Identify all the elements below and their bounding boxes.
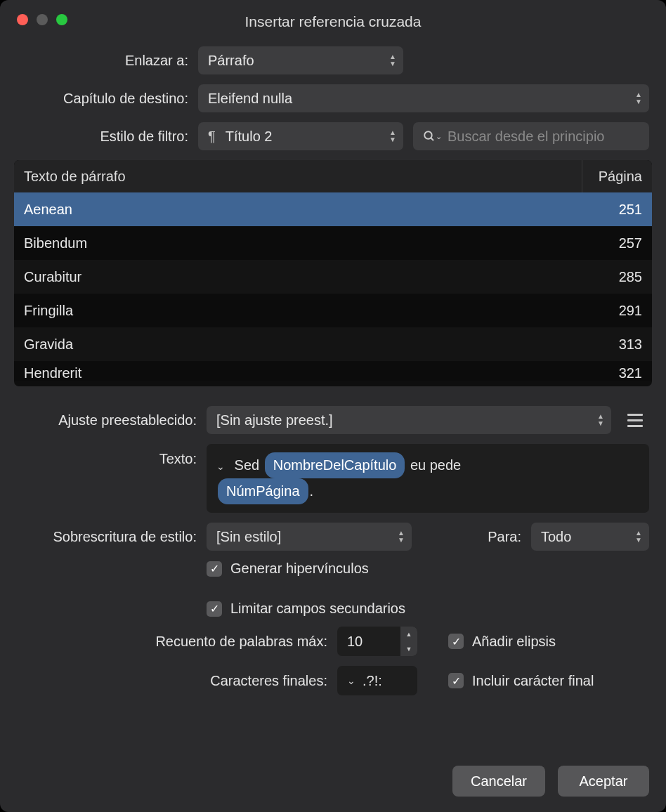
chevron-down-icon[interactable]: ⌄	[216, 459, 225, 476]
chevron-updown-icon: ▲▼	[389, 54, 396, 67]
filter-style-label: Estilo de filtro:	[17, 129, 188, 145]
row-text: Fringilla	[14, 303, 582, 319]
limit-secondary-checkbox[interactable]: ✓ Limitar campos secundarios	[207, 601, 405, 617]
row-page: 251	[582, 202, 652, 218]
chevron-updown-icon: ▲▼	[597, 414, 604, 426]
text-mid: eu pede	[406, 457, 461, 473]
search-placeholder: Buscar desde el principio	[448, 129, 604, 145]
style-override-select[interactable]: [Sin estilo] ▲▼	[207, 523, 412, 551]
include-final-char-label: Incluir carácter final	[472, 673, 594, 689]
checkmark-icon: ✓	[207, 601, 222, 617]
link-to-select[interactable]: Párrafo ▲▼	[198, 46, 403, 74]
filter-style-select[interactable]: ¶ Título 2 ▲▼	[198, 122, 403, 150]
zoom-icon[interactable]	[56, 14, 67, 25]
chevron-updown-icon: ▲▼	[635, 530, 642, 543]
dest-chapter-label: Capítulo de destino:	[17, 91, 188, 107]
cancel-button[interactable]: Cancelar	[452, 766, 545, 797]
close-icon[interactable]	[17, 14, 28, 25]
hamburger-icon	[627, 414, 643, 416]
preset-menu-button[interactable]	[621, 406, 649, 434]
final-chars-label: Caracteres finales:	[17, 673, 327, 689]
col-text-header: Texto de párrafo	[14, 169, 582, 185]
generate-hyperlinks-checkbox[interactable]: ✓ Generar hipervínculos	[207, 561, 369, 577]
row-page: 257	[582, 235, 652, 251]
checkmark-icon: ✓	[207, 561, 222, 577]
cancel-button-label: Cancelar	[471, 773, 527, 790]
table-row[interactable]: Aenean251	[14, 192, 652, 226]
minimize-icon[interactable]	[37, 14, 48, 25]
for-value: Todo	[541, 529, 571, 545]
text-prefix: Sed	[235, 457, 263, 473]
table-header: Texto de párrafo Página	[14, 160, 652, 192]
checkmark-icon: ✓	[448, 673, 464, 688]
final-chars-input[interactable]: ⌄ .?!:	[337, 666, 417, 695]
stepper-buttons[interactable]: ▲▼	[400, 627, 417, 656]
chevron-updown-icon: ▲▼	[389, 130, 396, 143]
checkmark-icon: ✓	[448, 634, 464, 649]
titlebar: Insertar referencia cruzada	[0, 0, 666, 38]
row-text: Aenean	[14, 202, 582, 218]
cross-reference-dialog: Insertar referencia cruzada Enlazar a: P…	[0, 0, 666, 812]
max-words-stepper[interactable]: 10 ▲▼	[337, 627, 417, 656]
page-number-token[interactable]: NúmPágina	[218, 478, 308, 504]
row-text: Curabitur	[14, 269, 582, 285]
text-suffix: .	[310, 483, 314, 499]
row-page: 285	[582, 269, 652, 285]
table-row[interactable]: Gravida313	[14, 327, 652, 361]
row-page: 291	[582, 303, 652, 319]
row-page: 321	[582, 365, 652, 381]
search-icon: ⌄	[423, 130, 442, 143]
svg-line-1	[431, 138, 433, 140]
table-row[interactable]: Fringilla291	[14, 294, 652, 327]
svg-point-0	[424, 131, 432, 139]
table-row[interactable]: Hendrerit321	[14, 361, 652, 381]
link-to-label: Enlazar a:	[17, 53, 188, 69]
limit-secondary-label: Limitar campos secundarios	[230, 601, 405, 617]
search-input[interactable]: ⌄ Buscar desde el principio	[413, 122, 649, 150]
preset-value: [Sin ajuste preest.]	[216, 412, 333, 428]
accept-button-label: Aceptar	[580, 773, 628, 790]
row-page: 313	[582, 336, 652, 353]
text-template-field[interactable]: ⌄ Sed NombreDelCapítulo eu pede NúmPágin…	[207, 444, 649, 513]
text-label: Texto:	[17, 444, 197, 467]
table-row[interactable]: Curabitur285	[14, 260, 652, 294]
style-override-value: [Sin estilo]	[216, 529, 281, 545]
chevron-updown-icon: ▲▼	[635, 92, 642, 105]
max-words-value: 10	[347, 634, 363, 650]
preset-label: Ajuste preestablecido:	[17, 412, 197, 428]
final-chars-value: .?!:	[363, 673, 382, 689]
table-row[interactable]: Bibendum257	[14, 226, 652, 260]
chevron-updown-icon: ▲▼	[398, 530, 405, 543]
accept-button[interactable]: Aceptar	[558, 766, 649, 797]
for-select[interactable]: Todo ▲▼	[531, 523, 649, 551]
include-final-char-checkbox[interactable]: ✓ Incluir carácter final	[448, 673, 594, 689]
row-text: Gravida	[14, 336, 582, 353]
preset-select[interactable]: [Sin ajuste preest.] ▲▼	[207, 406, 611, 434]
row-text: Bibendum	[14, 235, 582, 251]
window-title: Insertar referencia cruzada	[0, 13, 666, 30]
paragraph-table[interactable]: Texto de párrafo Página Aenean251Bibendu…	[14, 160, 652, 386]
chapter-name-token[interactable]: NombreDelCapítulo	[265, 452, 405, 478]
link-to-value: Párrafo	[208, 53, 254, 69]
chevron-down-icon[interactable]: ⌄	[347, 675, 355, 686]
dest-chapter-value: Eleifend nulla	[208, 91, 292, 107]
add-ellipsis-checkbox[interactable]: ✓ Añadir elipsis	[448, 634, 556, 650]
window-controls	[17, 14, 67, 25]
dest-chapter-select[interactable]: Eleifend nulla ▲▼	[198, 84, 649, 112]
col-page-header: Página	[582, 160, 652, 192]
add-ellipsis-label: Añadir elipsis	[472, 634, 556, 650]
for-label: Para:	[481, 529, 521, 545]
pilcrow-icon: ¶	[208, 129, 216, 145]
style-override-label: Sobrescritura de estilo:	[17, 529, 197, 545]
filter-style-value: Título 2	[226, 129, 273, 145]
max-words-label: Recuento de palabras máx:	[17, 634, 327, 650]
row-text: Hendrerit	[14, 365, 582, 381]
generate-hyperlinks-label: Generar hipervínculos	[230, 561, 369, 577]
